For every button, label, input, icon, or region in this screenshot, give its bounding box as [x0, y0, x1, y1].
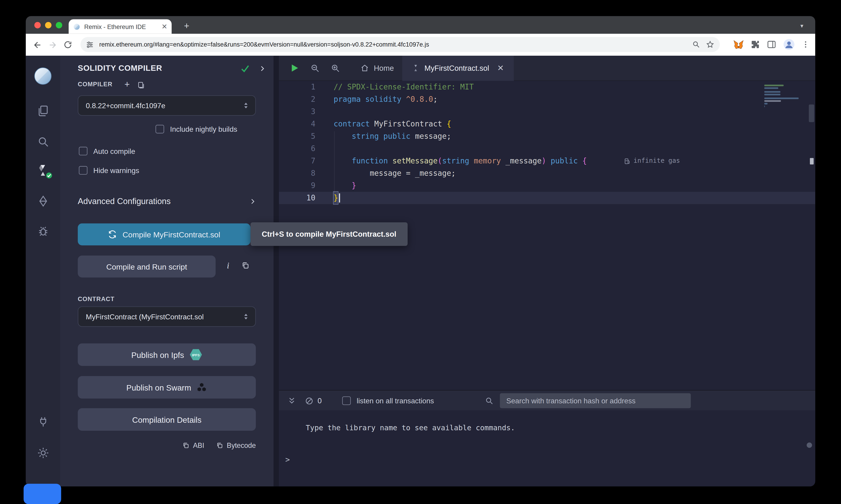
- code-line[interactable]: 9 }: [279, 179, 815, 192]
- text-cursor: [339, 193, 340, 202]
- terminal-collapse-icon[interactable]: [283, 391, 300, 411]
- compile-button[interactable]: Compile MyFirstContract.sol: [78, 223, 251, 246]
- open-file-icon[interactable]: [137, 82, 145, 91]
- bookmark-star-icon[interactable]: [706, 40, 715, 49]
- tab-search-chevron-icon[interactable]: ▾: [796, 20, 808, 32]
- copy-bytecode-button[interactable]: Bytecode: [216, 442, 256, 449]
- listen-transactions-checkbox[interactable]: [342, 396, 351, 405]
- listen-transactions-label: listen on all transactions: [357, 397, 434, 405]
- advanced-config-chevron-icon[interactable]: [249, 198, 256, 207]
- transaction-search-input[interactable]: [500, 393, 691, 408]
- compiler-version-value: 0.8.22+commit.4fc1097e: [86, 102, 243, 110]
- new-tab-button[interactable]: +: [180, 20, 193, 33]
- code-line[interactable]: 7 function setMessage(string memory _mes…: [279, 155, 815, 167]
- minimap[interactable]: [764, 85, 803, 107]
- code-line[interactable]: 2pragma solidity ^0.8.0;: [279, 93, 815, 106]
- panel-splitter[interactable]: [274, 56, 279, 486]
- deploy-run-icon[interactable]: [26, 190, 60, 212]
- auto-compile-checkbox[interactable]: [79, 147, 87, 156]
- code-line[interactable]: 1// SPDX-License-Identifier: MIT: [279, 81, 815, 93]
- line-content[interactable]: message = _message;: [315, 167, 456, 179]
- editor-tab-bar: Home MyFirstContract.sol ✕: [279, 56, 815, 81]
- compile-tooltip: Ctrl+S to compile MyFirstContract.sol: [251, 222, 408, 246]
- metamask-icon[interactable]: [733, 39, 744, 50]
- side-panel-icon[interactable]: [767, 40, 777, 49]
- extensions-icon[interactable]: [750, 40, 760, 49]
- settings-icon[interactable]: [26, 442, 60, 463]
- compile-and-run-button[interactable]: Compile and Run script: [78, 255, 216, 277]
- code-line[interactable]: 6: [279, 142, 815, 155]
- solidity-compiler-icon[interactable]: [26, 160, 60, 181]
- panel-collapse-chevron-icon[interactable]: [258, 65, 266, 74]
- editor-scrollbar[interactable]: [809, 105, 814, 122]
- contract-select[interactable]: MyFirstContract (MyFirstContract.sol: [78, 306, 256, 327]
- tab-file[interactable]: MyFirstContract.sol ✕: [402, 55, 514, 80]
- back-icon[interactable]: [30, 37, 45, 52]
- close-window-button[interactable]: [34, 22, 41, 28]
- publish-ipfs-button[interactable]: Publish on Ipfs IPFS: [78, 343, 256, 366]
- overview-ruler-mark: [810, 158, 813, 164]
- search-icon[interactable]: [26, 131, 60, 152]
- remix-app: SOLIDITY COMPILER COMPILER + 0.8.22+comm…: [26, 56, 816, 486]
- code-line[interactable]: 8 message = _message;: [279, 167, 815, 179]
- nightly-builds-checkbox[interactable]: [156, 125, 164, 133]
- contract-section-label: CONTRACT: [78, 296, 115, 302]
- code-line[interactable]: 3: [279, 106, 815, 118]
- zoom-icon[interactable]: [692, 40, 701, 49]
- indent-guide: [334, 131, 334, 193]
- code-line[interactable]: 10}: [279, 192, 815, 204]
- zoom-out-icon[interactable]: [305, 55, 325, 80]
- plugin-manager-icon[interactable]: [26, 411, 60, 432]
- minimize-window-button[interactable]: [45, 22, 51, 28]
- line-content[interactable]: function setMessage(string memory _messa…: [315, 155, 680, 167]
- swarm-icon: [196, 382, 207, 392]
- browser-tab[interactable]: Remix - Ethereum IDE ✕: [69, 19, 172, 34]
- code-line[interactable]: 4contract MyFirstContract {: [279, 118, 815, 130]
- line-number: 6: [279, 142, 315, 155]
- copy-icon[interactable]: [241, 262, 249, 272]
- line-content[interactable]: }: [315, 192, 340, 204]
- add-compiler-icon[interactable]: +: [124, 79, 130, 90]
- debugger-icon[interactable]: [26, 220, 60, 242]
- line-content[interactable]: [315, 106, 334, 118]
- line-content[interactable]: contract MyFirstContract {: [315, 118, 451, 130]
- site-info-icon[interactable]: [86, 40, 94, 48]
- code-line[interactable]: 5 string public message;: [279, 130, 815, 142]
- compiler-version-select[interactable]: 0.8.22+commit.4fc1097e: [78, 95, 256, 116]
- url-text: remix.ethereum.org/#lang=en&optimize=fal…: [99, 41, 687, 48]
- line-content[interactable]: string public message;: [315, 130, 451, 142]
- menu-icon[interactable]: [801, 40, 810, 49]
- forward-icon[interactable]: [45, 37, 60, 52]
- line-content[interactable]: [315, 142, 334, 155]
- line-content[interactable]: // SPDX-License-Identifier: MIT: [315, 81, 474, 93]
- compilation-details-button[interactable]: Compilation Details: [78, 408, 256, 431]
- line-content[interactable]: }: [315, 179, 356, 192]
- line-content[interactable]: pragma solidity ^0.8.0;: [315, 93, 437, 106]
- info-icon[interactable]: i: [227, 261, 229, 270]
- terminal-toolbar: 0 listen on all transactions: [279, 390, 815, 410]
- toolbar-extensions: [733, 37, 810, 52]
- file-explorer-icon[interactable]: [26, 100, 60, 122]
- reload-icon[interactable]: [60, 37, 75, 52]
- close-tab-icon[interactable]: ✕: [161, 23, 168, 30]
- advanced-config-label[interactable]: Advanced Configurations: [78, 197, 171, 206]
- address-bar[interactable]: remix.ethereum.org/#lang=en&optimize=fal…: [81, 37, 720, 52]
- zoom-in-icon[interactable]: [325, 55, 345, 80]
- dock-item-blue[interactable]: [23, 484, 61, 504]
- clear-transactions-icon[interactable]: [300, 391, 317, 411]
- profile-icon[interactable]: [783, 39, 795, 51]
- terminal-scrollbar[interactable]: [807, 443, 812, 448]
- copy-abi-button[interactable]: ABI: [182, 442, 204, 449]
- terminal[interactable]: Type the library name to see available c…: [279, 410, 815, 486]
- hide-warnings-checkbox[interactable]: [79, 166, 87, 175]
- minimap-line: [764, 85, 784, 86]
- remix-logo-icon[interactable]: [26, 63, 60, 89]
- line-number: 10: [279, 192, 315, 204]
- line-number: 2: [279, 93, 315, 106]
- run-script-icon[interactable]: [284, 55, 305, 80]
- publish-swarm-button[interactable]: Publish on Swarm: [78, 376, 256, 399]
- tab-home[interactable]: Home: [352, 55, 402, 80]
- fullscreen-window-button[interactable]: [56, 22, 62, 28]
- publish-ipfs-label: Publish on Ipfs: [132, 350, 184, 359]
- close-file-tab-icon[interactable]: ✕: [497, 63, 504, 73]
